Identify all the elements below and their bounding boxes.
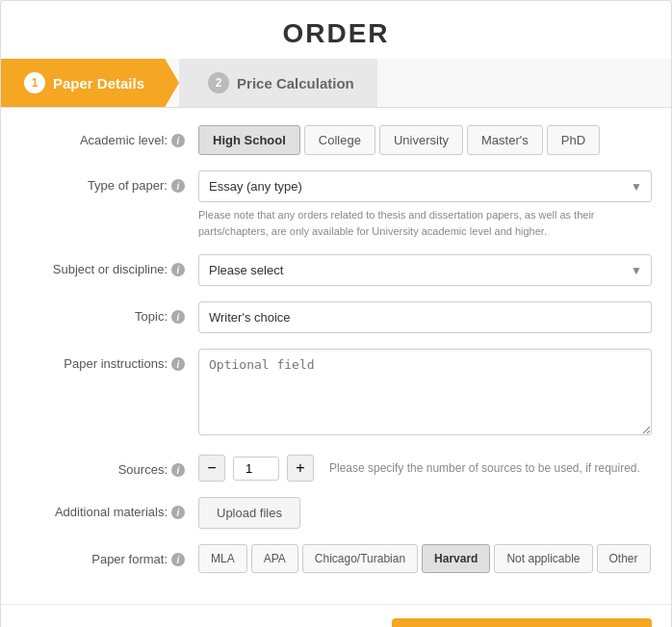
type-of-paper-select-wrapper: Essay (any type) ▼ xyxy=(198,170,652,202)
academic-level-btn-group: High School College University Master's … xyxy=(198,125,652,155)
upload-files-button[interactable]: Upload files xyxy=(198,497,300,529)
step2-label: Price Calculation xyxy=(237,75,354,91)
academic-level-row: Academic level: i High School College Un… xyxy=(20,125,652,155)
paper-format-label: Paper format: i xyxy=(20,544,198,566)
step1-circle: 1 xyxy=(24,72,45,93)
sources-note: Please specify the number of sources to … xyxy=(329,461,640,475)
type-of-paper-control: Essay (any type) ▼ Please note that any … xyxy=(198,170,652,239)
subject-info-icon[interactable]: i xyxy=(171,263,185,276)
paper-format-btn-group: MLA APA Chicago/Turabian Harvard Not app… xyxy=(198,544,652,573)
paper-instructions-control xyxy=(198,349,652,439)
sources-input[interactable] xyxy=(233,457,279,481)
paper-instructions-label: Paper instructions: i xyxy=(20,349,198,371)
sources-row: Sources: i − + Please specify the number… xyxy=(20,455,652,482)
paper-format-row: Paper format: i MLA APA Chicago/Turabian… xyxy=(20,544,652,573)
paper-instructions-info-icon[interactable]: i xyxy=(171,357,185,371)
additional-materials-label: Additional materials: i xyxy=(20,497,198,519)
topic-control xyxy=(198,301,652,333)
topic-info-icon[interactable]: i xyxy=(171,310,185,324)
paper-instructions-textarea[interactable] xyxy=(198,349,652,435)
type-of-paper-note: Please note that any orders related to t… xyxy=(198,207,652,239)
additional-materials-info-icon[interactable]: i xyxy=(171,506,185,519)
level-btn-college[interactable]: College xyxy=(304,125,375,155)
level-btn-masters[interactable]: Master's xyxy=(467,125,543,155)
sources-control: − + Please specify the number of sources… xyxy=(198,455,652,482)
step-price-calculation[interactable]: 2 Price Calculation xyxy=(179,59,377,107)
topic-input[interactable] xyxy=(198,301,652,333)
steps-bar: 1 Paper Details 2 Price Calculation xyxy=(1,59,671,108)
subject-select-wrapper: Please select ▼ xyxy=(198,254,652,286)
step-paper-details[interactable]: 1 Paper Details xyxy=(1,59,179,107)
type-of-paper-row: Type of paper: i Essay (any type) ▼ Plea… xyxy=(20,170,652,239)
sources-label: Sources: i xyxy=(20,455,198,477)
additional-materials-row: Additional materials: i Upload files xyxy=(20,497,652,529)
paper-format-control: MLA APA Chicago/Turabian Harvard Not app… xyxy=(198,544,652,573)
academic-level-label: Academic level: i xyxy=(20,125,198,147)
academic-level-info-icon[interactable]: i xyxy=(171,134,185,147)
format-btn-mla[interactable]: MLA xyxy=(198,544,247,573)
form-footer: Proceed to Price Calculation → xyxy=(1,604,671,627)
format-btn-na[interactable]: Not applicable xyxy=(494,544,592,573)
topic-label: Topic: i xyxy=(20,301,198,324)
sources-info-icon[interactable]: i xyxy=(171,463,185,477)
additional-materials-control: Upload files xyxy=(198,497,652,529)
sources-group: − + Please specify the number of sources… xyxy=(198,455,652,482)
type-of-paper-label: Type of paper: i xyxy=(20,170,198,193)
paper-format-info-icon[interactable]: i xyxy=(171,553,185,566)
sources-increment-button[interactable]: + xyxy=(287,455,314,482)
step1-label: Paper Details xyxy=(53,75,144,91)
form-content: Academic level: i High School College Un… xyxy=(1,108,671,598)
format-btn-harvard[interactable]: Harvard xyxy=(422,544,490,573)
step2-circle: 2 xyxy=(208,72,229,93)
format-btn-other[interactable]: Other xyxy=(597,544,651,573)
format-btn-apa[interactable]: APA xyxy=(251,544,298,573)
subject-control: Please select ▼ xyxy=(198,254,652,286)
topic-row: Topic: i xyxy=(20,301,652,333)
level-btn-phd[interactable]: PhD xyxy=(547,125,600,155)
subject-row: Subject or discipline: i Please select ▼ xyxy=(20,254,652,286)
subject-select[interactable]: Please select xyxy=(198,254,652,286)
type-of-paper-select[interactable]: Essay (any type) xyxy=(198,170,652,202)
type-of-paper-info-icon[interactable]: i xyxy=(171,179,185,193)
proceed-button[interactable]: Proceed to Price Calculation → xyxy=(392,618,652,627)
level-btn-university[interactable]: University xyxy=(379,125,463,155)
academic-level-control: High School College University Master's … xyxy=(198,125,652,155)
sources-decrement-button[interactable]: − xyxy=(198,455,225,482)
format-btn-chicago[interactable]: Chicago/Turabian xyxy=(302,544,418,573)
page-title: ORDER xyxy=(1,1,671,59)
level-btn-highschool[interactable]: High School xyxy=(198,125,300,155)
paper-instructions-row: Paper instructions: i xyxy=(20,349,652,439)
subject-label: Subject or discipline: i xyxy=(20,254,198,276)
